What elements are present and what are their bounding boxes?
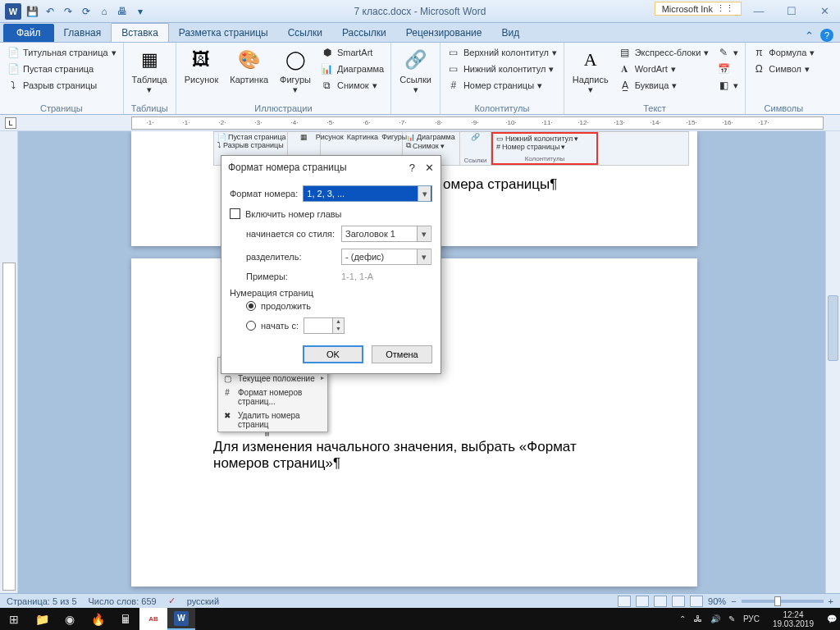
header-button[interactable]: ▭Верхний колонтитул ▾ <box>445 45 559 60</box>
tab-view[interactable]: Вид <box>491 24 529 42</box>
scroll-thumb[interactable] <box>828 295 838 361</box>
embed-blank: Пустая страница <box>228 133 286 141</box>
tray-volume-icon[interactable]: 🔊 <box>710 614 720 623</box>
tab-file[interactable]: Файл <box>3 24 54 42</box>
shapes-button[interactable]: ◯Фигуры▾ <box>276 45 314 96</box>
print-icon[interactable]: 🖶 <box>115 4 130 19</box>
view-outline[interactable] <box>672 596 685 607</box>
status-page[interactable]: Страница: 5 из 5 <box>7 596 77 606</box>
view-web[interactable] <box>654 596 667 607</box>
save-icon[interactable]: 💾 <box>25 4 39 19</box>
zoom-value[interactable]: 90% <box>708 596 726 606</box>
page-number-button[interactable]: #Номер страницы ▾ <box>445 78 559 93</box>
task-explorer[interactable]: 📁 <box>28 608 56 630</box>
cancel-button[interactable]: Отмена <box>372 345 432 363</box>
refresh-icon[interactable]: ⟳ <box>79 4 94 19</box>
start-at-spinner[interactable]: ▲▼ <box>304 317 345 334</box>
zoom-thumb[interactable] <box>774 596 781 606</box>
textbox-button[interactable]: AНадпись▾ <box>569 45 612 96</box>
task-abnet[interactable]: АВ <box>139 608 167 630</box>
undo-icon[interactable]: ↶ <box>43 4 57 19</box>
blank-page-button[interactable]: 📄Пустая страница <box>5 62 118 76</box>
tab-layout[interactable]: Разметка страницы <box>169 24 278 42</box>
tray-language[interactable]: РУС <box>743 614 760 623</box>
ruler-scale[interactable]: ·1··1··2··3··4··5··6··7··8··9··10··11··1… <box>131 116 824 130</box>
clipart-button[interactable]: 🎨Картинка <box>226 45 272 86</box>
view-fullscreen[interactable] <box>636 596 649 607</box>
ruler-vertical <box>0 131 18 593</box>
minimize-button[interactable]: — <box>748 4 769 19</box>
zoom-out-button[interactable]: − <box>731 596 736 606</box>
task-word[interactable]: W <box>167 608 195 630</box>
help-icon[interactable]: ? <box>820 29 833 42</box>
task-calculator[interactable]: 🖩 <box>112 608 139 630</box>
number-format-combo[interactable]: 1, 2, 3, ...▾ <box>303 185 432 202</box>
wordart-button[interactable]: 𝐀WordArt ▾ <box>617 62 711 76</box>
symbol-button[interactable]: ΩСимвол ▾ <box>751 62 816 76</box>
group-symbols: πФормула ▾ ΩСимвол ▾ Символы <box>746 43 821 114</box>
redo-icon[interactable]: ↷ <box>61 4 75 19</box>
dialog-help-button[interactable]: ? <box>409 162 415 174</box>
start-button[interactable]: ⊞ <box>0 608 28 630</box>
status-words[interactable]: Число слов: 659 <box>89 596 157 606</box>
dropcap-button[interactable]: A̲Буквица ▾ <box>617 78 711 93</box>
tab-selector[interactable]: L <box>5 117 16 129</box>
tray-chevron-icon[interactable]: ⌃ <box>679 614 686 623</box>
tab-review[interactable]: Рецензирование <box>396 24 492 42</box>
vertical-scrollbar[interactable] <box>825 131 840 593</box>
home-icon[interactable]: ⌂ <box>97 4 112 19</box>
tab-insert[interactable]: Вставка <box>111 23 169 42</box>
start-at-radio[interactable] <box>246 321 256 331</box>
title-bar: W 💾 ↶ ↷ ⟳ ⌂ 🖶 ▾ 7 класс.docx - Microsoft… <box>0 0 840 23</box>
view-print-layout[interactable] <box>618 596 631 607</box>
status-language[interactable]: русский <box>187 596 219 606</box>
tab-home[interactable]: Главная <box>54 24 112 42</box>
screenshot-button[interactable]: ⧉Снимок ▾ <box>319 78 386 93</box>
spin-down-icon[interactable]: ▼ <box>333 326 344 333</box>
ok-button[interactable]: OK <box>303 345 363 363</box>
task-app-flame[interactable]: 🔥 <box>84 608 112 630</box>
page-break-button[interactable]: ⤵Разрыв страницы <box>5 78 118 93</box>
tab-mailings[interactable]: Рассылки <box>332 24 396 42</box>
include-chapter-checkbox[interactable] <box>230 208 240 219</box>
ink-badge[interactable]: Microsoft Ink⋮⋮ <box>655 2 742 16</box>
ctx-remove-numbers[interactable]: Удалить номера страниц <box>218 409 327 431</box>
links-button[interactable]: 🔗Ссылки▾ <box>396 45 435 96</box>
zoom-slider[interactable] <box>742 600 824 603</box>
break-icon: ⤵ <box>7 79 20 92</box>
footer-button[interactable]: ▭Нижний колонтитул ▾ <box>445 62 559 76</box>
spell-check-icon[interactable]: ✓ <box>168 596 176 606</box>
picture-button[interactable]: 🖼Рисунок <box>181 45 222 86</box>
signature-button[interactable]: ✎▾ <box>715 45 740 60</box>
dialog-close-button[interactable]: ✕ <box>425 162 434 174</box>
tab-references[interactable]: Ссылки <box>278 24 332 42</box>
close-button[interactable]: ✕ <box>814 4 835 19</box>
minimize-ribbon-icon[interactable]: ⌃ <box>805 30 814 42</box>
view-draft[interactable] <box>690 596 703 607</box>
dialog-titlebar[interactable]: Формат номера страницы ? ✕ <box>221 156 441 179</box>
tray-notifications-icon[interactable]: 💬 <box>827 614 837 623</box>
datetime-button[interactable]: 📅 <box>715 62 740 76</box>
omega-icon: Ω <box>752 62 765 75</box>
quickparts-button[interactable]: ▤Экспресс-блоки ▾ <box>617 45 711 60</box>
footer-label: Нижний колонтитул <box>463 64 546 74</box>
table-button[interactable]: ▦Таблица▾ <box>129 45 171 96</box>
start-at-input[interactable] <box>304 318 332 333</box>
cover-page-button[interactable]: 📄Титульная страница ▾ <box>5 45 118 60</box>
spin-up-icon[interactable]: ▲ <box>333 318 344 326</box>
word-app-icon[interactable]: W <box>5 3 21 20</box>
smartart-button[interactable]: ⬢SmartArt <box>319 45 386 60</box>
equation-button[interactable]: πФормула ▾ <box>751 45 816 60</box>
tray-network-icon[interactable]: 🖧 <box>694 614 702 623</box>
continue-radio[interactable] <box>246 301 256 311</box>
ctx-format-numbers[interactable]: Формат номеров страниц... <box>218 386 327 409</box>
maximize-button[interactable]: ☐ <box>781 4 802 19</box>
zoom-in-button[interactable]: + <box>829 596 833 606</box>
object-button[interactable]: ◧▾ <box>715 78 740 93</box>
qat-dropdown-icon[interactable]: ▾ <box>133 4 148 19</box>
chart-button[interactable]: 📊Диаграмма <box>319 62 386 76</box>
vruler-scale[interactable] <box>2 262 16 591</box>
task-chrome[interactable]: ◉ <box>56 608 84 630</box>
tray-clock[interactable]: 12:2419.03.2019 <box>768 610 819 628</box>
tray-pen-icon[interactable]: ✎ <box>728 614 735 623</box>
